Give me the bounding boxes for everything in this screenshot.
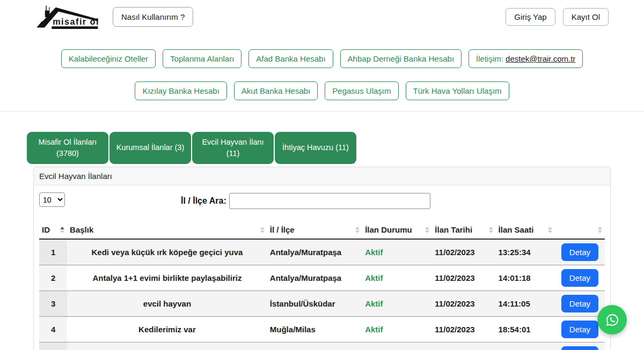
nav-pegasus-button[interactable]: Pegasus Ulaşım	[325, 81, 398, 100]
contact-label: İletişim:	[476, 54, 503, 63]
detay-button[interactable]: Detay	[561, 269, 598, 287]
how-to-use-button[interactable]: Nasıl Kullanırım ?	[113, 7, 193, 27]
page-size-select[interactable]: 10	[39, 192, 65, 207]
table-row: 3 evcil hayvan İstanbul/Üsküdar Aktif 11…	[39, 291, 605, 317]
column-header-il-ilce[interactable]: İl / İlçe	[267, 221, 362, 239]
column-header-baslik[interactable]: Başlık	[67, 221, 267, 239]
quick-links-row-1: Kalabileceğiniz Oteller Toplanma Alanlar…	[0, 49, 644, 68]
tab-evcil-hayvan-ilani[interactable]: Evcil Hayvan İlanı (11)	[192, 132, 274, 164]
tab-ihtiyac-havuzu[interactable]: İhtiyaç Havuzu (11)	[275, 132, 356, 164]
table-controls: 10 İl / İlçe Ara:	[39, 192, 605, 210]
sort-icon	[355, 227, 360, 233]
detay-button[interactable]: Detay	[561, 321, 598, 338]
nav-gathering-areas-button[interactable]: Toplanma Alanları	[163, 49, 241, 68]
detay-button[interactable]: Detay	[561, 243, 598, 261]
logo[interactable]: misafir ol	[35, 4, 99, 29]
detay-button[interactable]: Detay	[561, 346, 598, 350]
column-header-id[interactable]: ID	[39, 221, 67, 239]
sort-icon	[548, 227, 552, 233]
sort-icon	[425, 227, 429, 233]
row-id: 3	[39, 291, 67, 317]
column-header-actions[interactable]	[555, 221, 605, 239]
row-id: 2	[39, 265, 67, 291]
row-title: Depremzede 2 kediye yuva olabiliriz	[67, 342, 267, 350]
row-location: Muğla/Milas	[267, 317, 362, 342]
table-header-row: ID Başlık İl / İlçe İlan Durumu İlan Tar…	[39, 221, 605, 239]
row-time: 14:01:18	[496, 265, 555, 291]
section-divider	[0, 111, 644, 111]
register-button[interactable]: Kayıt Ol	[563, 8, 609, 26]
contact-email-link[interactable]: destek@trair.com.tr	[506, 54, 575, 63]
table-row: 2 Antalya 1+1 evimi birlikte paylaşabili…	[39, 265, 605, 291]
nav-kizilay-bank-button[interactable]: Kızılay Banka Hesabı	[135, 81, 226, 100]
sort-icon	[260, 227, 265, 233]
column-header-ilan-saati[interactable]: İlan Saati	[496, 221, 555, 239]
detay-button[interactable]: Detay	[561, 295, 598, 312]
tab-misafir-ol-ilanlari[interactable]: Misafir Ol İlanları (3780)	[27, 132, 108, 164]
row-date: 11/02/2023	[432, 291, 495, 317]
nav-hotels-button[interactable]: Kalabileceğiniz Oteller	[61, 49, 156, 68]
table-row: 1 Kedi veya küçük ırk köpeğe geçici yuva…	[39, 239, 605, 265]
row-date: 11/02/2023	[432, 265, 495, 291]
nav-ahbap-bank-button[interactable]: Ahbap Derneği Banka Hesabı	[340, 49, 462, 68]
table-row: 4 Kedilerimiz var Muğla/Milas Aktif 11/0…	[39, 317, 605, 342]
sort-icon	[598, 227, 602, 233]
row-time: 14:11:05	[496, 291, 555, 317]
row-location: Antalya/Muratpaşa	[267, 239, 362, 265]
row-id: 4	[39, 317, 67, 342]
row-status-badge: Aktif	[362, 239, 432, 265]
quick-links: Kalabileceğiniz Oteller Toplanma Alanlar…	[0, 49, 644, 100]
table-body: 1 Kedi veya küçük ırk köpeğe geçici yuva…	[39, 239, 605, 350]
row-title: evcil hayvan	[67, 291, 267, 317]
search-label: İl / İlçe Ara:	[181, 196, 226, 206]
sort-icon	[60, 227, 64, 233]
row-status-badge: Aktif	[362, 317, 432, 342]
sort-icon	[489, 227, 493, 233]
nav-thy-button[interactable]: Türk Hava Yolları Ulaşım	[406, 81, 509, 100]
nav-akut-bank-button[interactable]: Akut Banka Hesabı	[234, 81, 318, 100]
listing-tabs: Misafir Ol İlanları (3780) Kurumsal İlan…	[27, 132, 644, 164]
row-date: 11/02/2023	[432, 317, 495, 342]
row-location: İstanbul/Üsküdar	[267, 291, 362, 317]
whatsapp-button[interactable]	[597, 305, 627, 334]
row-time: 13:25:34	[496, 239, 555, 265]
row-location: Antalya/Muratpaşa	[267, 265, 362, 291]
column-header-ilan-durumu[interactable]: İlan Durumu	[362, 221, 432, 239]
listings-table: ID Başlık İl / İlçe İlan Durumu İlan Tar…	[39, 221, 605, 350]
table-row: 5 Depremzede 2 kediye yuva olabiliriz İz…	[39, 342, 605, 350]
row-date: 11/02/2023	[432, 239, 495, 265]
house-logo-icon: misafir ol	[35, 4, 99, 29]
row-time: 18:54:01	[496, 317, 555, 342]
row-id: 1	[39, 239, 67, 265]
row-time: 19:35:24	[496, 342, 555, 350]
row-status-badge: Aktif	[362, 265, 432, 291]
nav-afad-bank-button[interactable]: Afad Banka Hesabı	[248, 49, 333, 68]
pet-listings-panel: Evcil Hayvan İlanları 10 İl / İlçe Ara: …	[33, 167, 611, 350]
row-title: Antalya 1+1 evimi birlikte paylaşabiliri…	[67, 265, 267, 291]
row-status-badge: Aktif	[362, 342, 432, 350]
header: misafir ol Nasıl Kullanırım ? Giriş Yap …	[0, 0, 644, 30]
row-date: 11/02/2023	[432, 342, 495, 350]
row-location: İzmir/Konak	[267, 342, 362, 350]
row-title: Kedilerimiz var	[67, 317, 267, 342]
login-button[interactable]: Giriş Yap	[506, 8, 555, 26]
quick-links-row-2: Kızılay Banka Hesabı Akut Banka Hesabı P…	[0, 81, 644, 100]
search-input[interactable]	[229, 193, 430, 209]
row-id: 5	[39, 342, 67, 350]
row-status-badge: Aktif	[362, 291, 432, 317]
tab-kurumsal-ilanlar[interactable]: Kurumsal İlanlar (3)	[109, 132, 191, 164]
panel-title: Evcil Hayvan İlanları	[34, 167, 610, 185]
column-header-ilan-tarihi[interactable]: İlan Tarihi	[432, 221, 495, 239]
contact-box: İletişim: destek@trair.com.tr	[469, 49, 583, 68]
logo-text: misafir ol	[53, 17, 99, 26]
whatsapp-icon	[604, 312, 620, 328]
row-title: Kedi veya küçük ırk köpeğe geçici yuva	[67, 239, 267, 265]
